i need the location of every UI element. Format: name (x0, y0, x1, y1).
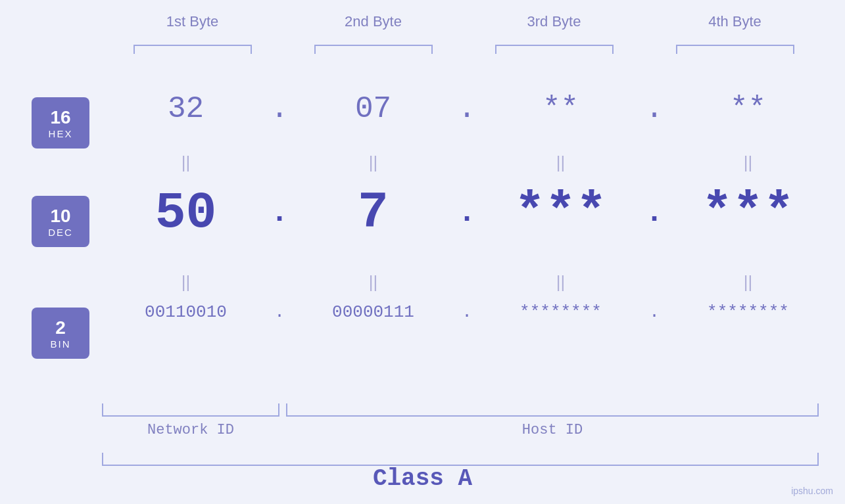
byte1-header: 1st Byte (102, 13, 283, 30)
hex-dot2: . (457, 94, 477, 124)
eq2: || (289, 152, 457, 173)
dec-number: 10 (50, 206, 70, 227)
eq7: || (477, 272, 644, 292)
bin-byte3: ******** (477, 302, 644, 322)
network-id-label: Network ID (102, 422, 279, 438)
hex-byte3: ** (477, 92, 644, 126)
hex-dot1: . (270, 94, 289, 124)
base-hex-label: 16 HEX (32, 97, 89, 149)
hex-text: HEX (49, 128, 73, 139)
base-bin-label: 2 BIN (32, 308, 89, 359)
eq8: || (664, 272, 832, 292)
dec-dot1: . (270, 196, 289, 230)
bin-text: BIN (50, 338, 70, 350)
hex-number: 16 (50, 107, 70, 128)
dec-byte1: 50 (102, 184, 270, 242)
bin-dot3: . (644, 302, 664, 322)
class-bracket (102, 453, 819, 466)
watermark: ipshu.com (791, 486, 833, 496)
eq-dec-bin: || || || || (102, 272, 832, 292)
dec-text: DEC (48, 227, 73, 238)
bottom-section: Network ID Host ID (102, 397, 819, 438)
hex-data-row: 32 . 07 . ** . ** (102, 92, 832, 126)
hex-byte4: ** (664, 92, 832, 126)
hex-dot3: . (644, 94, 664, 124)
eq1: || (102, 152, 270, 173)
bin-byte2: 00000111 (289, 302, 457, 322)
bracket-2 (283, 45, 464, 54)
main-container: 1st Byte 2nd Byte 3rd Byte 4th Byte 16 H… (0, 0, 845, 504)
dec-byte2: 7 (289, 184, 457, 242)
hex-byte2: 07 (289, 92, 457, 126)
dec-dot2: . (457, 196, 477, 230)
byte3-header: 3rd Byte (464, 13, 644, 30)
byte-headers: 1st Byte 2nd Byte 3rd Byte 4th Byte (102, 13, 825, 30)
dec-dot3: . (644, 196, 664, 230)
byte4-header: 4th Byte (644, 13, 825, 30)
network-bracket (102, 403, 279, 417)
bin-number: 2 (55, 317, 66, 338)
bin-dot2: . (457, 302, 477, 322)
bin-byte1: 00110010 (102, 302, 270, 322)
host-bracket (286, 403, 819, 417)
bracket-4 (644, 45, 825, 54)
bin-data-row: 00110010 . 00000111 . ******** . *******… (102, 302, 832, 322)
dec-byte3: *** (477, 184, 644, 242)
bracket-line-3 (495, 45, 614, 54)
byte2-header: 2nd Byte (283, 13, 464, 30)
id-labels: Network ID Host ID (102, 422, 819, 438)
hex-byte1: 32 (102, 92, 270, 126)
bin-byte4: ******** (664, 302, 832, 322)
eq-hex-dec: || || || || (102, 152, 832, 173)
id-brackets (102, 397, 819, 417)
bin-dot1: . (270, 302, 289, 322)
eq4: || (664, 152, 832, 173)
bracket-line-2 (314, 45, 433, 54)
bracket-line-1 (133, 45, 252, 54)
dec-data-row: 50 . 7 . *** . *** (102, 184, 832, 242)
dec-byte4: *** (664, 184, 832, 242)
top-brackets (102, 45, 825, 54)
eq5: || (102, 272, 270, 292)
bracket-3 (464, 45, 644, 54)
bracket-1 (102, 45, 283, 54)
bracket-line-4 (676, 45, 794, 54)
eq3: || (477, 152, 644, 173)
eq6: || (289, 272, 457, 292)
class-label: Class A (0, 465, 845, 492)
base-dec-label: 10 DEC (32, 196, 89, 247)
host-id-label: Host ID (286, 422, 819, 438)
